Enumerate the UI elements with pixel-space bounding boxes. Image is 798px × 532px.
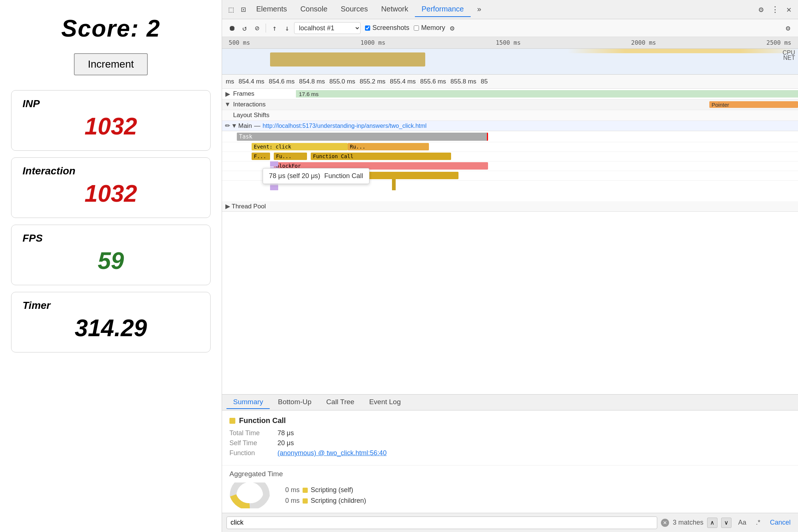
flame-chart[interactable]: ▶ Frames 17.6 ms ▼ Interactions Pointer … [222,89,798,394]
interaction-value: 1032 [23,180,199,207]
total-time-label: Total Time [229,429,277,437]
toolbar-separator [266,24,266,33]
device-icon[interactable]: ⊡ [237,3,249,16]
settings-icon[interactable]: ⚙ [755,3,767,16]
legend-value-2: 0 ms [281,497,300,505]
net-label: NET [783,55,795,61]
cpu-throttle-icon[interactable]: ⚙ [447,23,458,34]
frames-section: ▶ Frames 17.6 ms [222,89,798,99]
summary-header: Function Call [229,416,791,425]
ruler-1500: 1500 ms [496,39,521,46]
recording-toolbar: ⏺ ↺ ⊘ ↑ ↓ localhost #1 Screenshots Memor… [222,19,798,37]
task-bar[interactable]: Task [237,133,488,141]
ruler-1000: 1000 ms [361,39,385,46]
search-next-btn[interactable]: ∨ [721,518,732,528]
search-cancel-btn[interactable]: Cancel [767,517,794,528]
main-thread-header: ✏ ▼ Main — http://localhost:5173/underst… [222,121,798,131]
tab-bottom-up[interactable]: Bottom-Up [271,396,318,409]
self-time-row: Self Time 20 μs [229,439,791,447]
tooltip-label: Function Call [324,172,363,180]
main-separator: — [254,122,260,130]
fps-card: FPS 59 [11,225,211,285]
main-thread-expand-icon[interactable]: ▼ [232,123,237,129]
search-clear-icon[interactable]: ✕ [661,519,669,527]
inp-value: 1032 [23,113,199,140]
search-prev-btn[interactable]: ∧ [707,518,717,528]
memory-checkbox[interactable] [414,25,419,31]
function-call-bar[interactable]: Function Call [311,153,451,160]
tab-summary[interactable]: Summary [226,396,270,409]
toolbar-settings-icon[interactable]: ⚙ [782,23,794,34]
inspect-icon[interactable]: ⬚ [225,3,237,16]
refresh-icon[interactable]: ↺ [239,23,250,34]
layout-shifts-label: Layout Shifts [232,112,269,119]
ruler-500: 500 ms [229,39,250,46]
close-icon[interactable]: ✕ [783,3,795,16]
function-row: Function (anonymous) @ two_click.html:56… [229,449,791,457]
func-bar-2[interactable]: Fu... [274,153,307,160]
aggregated-title: Aggregated Time [229,470,791,478]
timeline-ruler: 500 ms 1000 ms 1500 ms 2000 ms 2500 ms [222,37,798,49]
clear-icon[interactable]: ⊘ [252,23,263,34]
tab-event-log[interactable]: Event Log [362,396,407,409]
legend-label-2: Scripting (children) [311,497,366,505]
total-time-value: 78 μs [277,429,294,437]
tab-call-tree[interactable]: Call Tree [320,396,361,409]
detail-ms: ms [226,78,234,85]
event-click-bar[interactable]: Event: click [252,143,348,150]
interaction-label: Interaction [23,165,199,177]
inp-label: INP [23,98,199,110]
increment-button[interactable]: Increment [74,53,148,75]
tab-more[interactable]: » [471,2,488,17]
screenshots-checkbox-group: Screenshots [365,24,409,32]
function-call-label: Function Call [313,153,354,159]
tasks-container: Task [222,131,798,142]
detail-855-6: 855.6 ms [420,78,446,85]
screenshots-checkbox[interactable] [365,25,370,31]
search-match-info: 3 matches [673,519,703,526]
legend-dot-1 [303,488,308,493]
func-bar-1[interactable]: F... [252,153,270,160]
run-microtasks-label: Ru... [350,144,365,150]
tooltip-timing: 78 μs (self 20 μs) [269,172,320,180]
overview-bar[interactable]: CPU NET [222,49,798,75]
frames-expand-icon[interactable]: ▶ [225,91,230,96]
upload-icon[interactable]: ↑ [269,23,280,34]
detail-855-2: 855.2 ms [359,78,385,85]
tab-performance[interactable]: Performance [415,2,471,17]
tab-network[interactable]: Network [375,2,415,17]
run-microtasks-bar[interactable]: Ru... [348,143,429,150]
thread-pool-expand-icon[interactable]: ▶ [225,204,230,209]
layout-shifts-expand-icon [225,113,230,118]
total-time-row: Total Time 78 μs [229,429,791,437]
detail-854-8: 854.8 ms [299,78,325,85]
tab-console[interactable]: Console [294,2,334,17]
search-regex-btn[interactable]: .* [753,517,763,528]
inp-card: INP 1032 [11,90,211,151]
tab-sources[interactable]: Sources [334,2,374,17]
source-selector[interactable]: localhost #1 [294,22,361,34]
timer-value: 314.29 [23,314,199,342]
purple-item-1 [270,161,278,167]
interactions-row: ▼ Interactions Pointer [222,99,798,110]
event-click-label: Event: click [254,144,291,150]
search-aa-btn[interactable]: Aa [735,517,749,528]
timeline-detail: ms 854.4 ms 854.6 ms 854.8 ms 855.0 ms 8… [222,75,798,89]
function-label: Function [229,449,277,457]
more-options-icon[interactable]: ⋮ [767,3,783,16]
detail-855-4: 855.4 ms [390,78,416,85]
ruler-2000: 2000 ms [631,39,656,46]
function-row-1: F... Fu... Function Call [222,152,798,161]
detail-854-6: 854.6 ms [269,78,295,85]
aggregated-content: 0 ms Scripting (self) 0 ms Scripting (ch… [229,482,791,508]
tab-elements[interactable]: Elements [250,2,294,17]
function-link[interactable]: (anonymous) @ two_click.html:56:40 [277,449,386,457]
record-icon[interactable]: ⏺ [226,23,238,34]
event-click-row: Event: click Ru... [222,142,798,152]
download-icon[interactable]: ↓ [282,23,293,34]
interactions-expand-icon[interactable]: ▼ [225,102,230,107]
search-input[interactable] [226,516,657,529]
timer-card: Timer 314.29 [11,292,211,352]
main-thread-url[interactable]: http://localhost:5173/understanding-inp/… [263,123,427,129]
summary-color-dot [229,418,235,424]
